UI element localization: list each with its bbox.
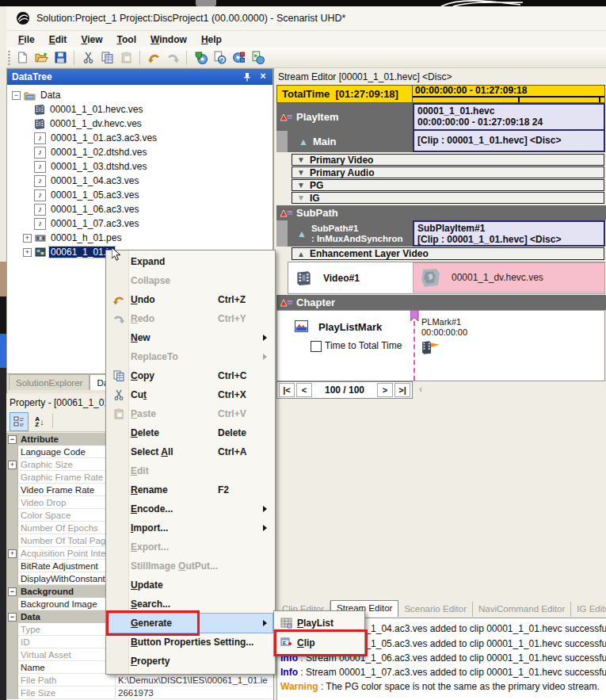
categorized-view-button[interactable] bbox=[10, 412, 29, 431]
menu-item-export[interactable]: Export... bbox=[107, 537, 273, 557]
tree-item[interactable]: ♪00001_1_04.ac3.ves bbox=[34, 174, 140, 188]
tab-navicommand-editor[interactable]: NaviCommand Editor bbox=[473, 602, 571, 617]
menu-item-undo[interactable]: UndoCtrl+Z bbox=[107, 290, 273, 309]
tab-scenario-editor[interactable]: Scenario Editor bbox=[398, 602, 473, 617]
menu-view[interactable]: View bbox=[74, 33, 109, 47]
tree-item[interactable]: 00001_1_01.hevc.ves bbox=[34, 102, 144, 117]
menu-item-delete[interactable]: DeleteDelete bbox=[107, 423, 273, 442]
menu-window[interactable]: Window bbox=[143, 33, 194, 47]
menu-item-replaceto[interactable]: ReplaceTo bbox=[107, 347, 273, 366]
tree-item[interactable]: ♪00001_1_06.ac3.ves bbox=[34, 202, 140, 216]
expand-expander-icon[interactable]: + bbox=[23, 234, 32, 243]
enhancement-layer-video-bar[interactable]: ▲ Enhancement Layer Video bbox=[292, 247, 604, 260]
subpath-section-header[interactable]: SubPath bbox=[276, 205, 606, 220]
main-path-header[interactable]: ▲ Main bbox=[288, 131, 419, 152]
track-ig[interactable]: ▼IG bbox=[292, 192, 604, 204]
redo-button[interactable] bbox=[165, 50, 181, 66]
track-primary-video[interactable]: ▼Primary Video bbox=[292, 154, 604, 166]
alphabetical-sort-button[interactable]: AZ↓ bbox=[30, 412, 49, 431]
tree-item[interactable]: ♪00001_1_01.ac3.ac3.ves bbox=[34, 131, 158, 145]
cut-button[interactable] bbox=[80, 50, 96, 66]
subpath1-header[interactable]: ▲ SubPath#1 : InMuxAndSynchron bbox=[288, 220, 417, 247]
tree-item[interactable]: ♪00001_1_05.ac3.ves bbox=[34, 188, 140, 202]
stream-editor-title: Stream Editor [00001_1_01.hevc] <Disc> bbox=[274, 69, 606, 85]
track-pg[interactable]: ▼PG bbox=[292, 179, 604, 191]
tree-root-data[interactable]: − Data bbox=[12, 88, 62, 102]
tab-solution-explorer[interactable]: SolutionExplorer bbox=[9, 374, 90, 390]
down-triangle-icon: ▼ bbox=[297, 193, 305, 202]
playlistmark-label: PlayListMark bbox=[318, 321, 382, 333]
paste-button[interactable] bbox=[118, 50, 134, 66]
tree-item[interactable]: ♪00001_1_02.dtshd.ves bbox=[34, 145, 148, 159]
property-row[interactable]: File PathK:\Demux\DISC1\IES\00061_1_01.i… bbox=[6, 674, 273, 687]
tab-ig-editor[interactable]: IG Editor bbox=[571, 602, 606, 617]
menu-item-redo[interactable]: RedoCtrl+Y bbox=[107, 309, 273, 328]
next-page-button[interactable]: > bbox=[377, 383, 393, 397]
save-button[interactable] bbox=[52, 50, 68, 66]
audio-file-icon: ♪ bbox=[34, 132, 46, 144]
first-page-button[interactable]: |< bbox=[279, 383, 295, 397]
menu-item-paste[interactable]: PasteCtrl+V bbox=[107, 404, 273, 423]
submenu-item-clip[interactable]: Clip bbox=[275, 633, 362, 652]
playitem-clip-box[interactable]: 00001_1_01.hevc 00:00:00:00 - 01:27:09:1… bbox=[413, 103, 605, 131]
timeline-ruler[interactable]: 00:00:00:00 - 01:27:09:18 bbox=[413, 85, 605, 103]
undo-button[interactable] bbox=[146, 50, 162, 66]
mux-format-button[interactable] bbox=[250, 50, 265, 66]
audio-file-icon: ♪ bbox=[34, 189, 46, 201]
tree-item[interactable]: ♪00001_1_03.dtshd.ves bbox=[34, 159, 148, 174]
prev-page-button[interactable]: < bbox=[296, 383, 312, 397]
playitem-icon bbox=[280, 113, 292, 121]
toolbar-gripper[interactable] bbox=[8, 51, 10, 65]
chapter-section-header[interactable]: Chapter bbox=[276, 295, 606, 310]
tree-item[interactable]: +00001_h_01.pes bbox=[23, 231, 123, 245]
folder-icon bbox=[24, 90, 36, 101]
playlist-icon bbox=[275, 618, 297, 629]
menu-item-import[interactable]: Import... bbox=[107, 518, 273, 537]
tree-item-selected[interactable]: +00061_1_01.ie bbox=[23, 245, 115, 259]
menu-item-stillimage-output[interactable]: StillImage OutPut... bbox=[107, 557, 273, 576]
enhancement-clip-cell[interactable]: 00001_1_dv.hevc.ves bbox=[413, 262, 605, 293]
menu-item-rename[interactable]: RenameF2 bbox=[107, 480, 273, 499]
collapse-expander-icon[interactable]: − bbox=[12, 91, 21, 100]
playitem-section-header[interactable]: PlayItem bbox=[276, 103, 417, 131]
menu-item-cut[interactable]: CutCtrl+X bbox=[107, 385, 273, 404]
scroll-left-arrow[interactable]: ‹ bbox=[419, 383, 422, 395]
menu-item-copy[interactable]: CopyCtrl+C bbox=[107, 366, 273, 385]
menu-item-generate[interactable]: Generate bbox=[107, 614, 273, 633]
expand-expander-icon[interactable]: + bbox=[23, 248, 32, 257]
menu-item-property[interactable]: Property bbox=[107, 652, 273, 671]
new-button[interactable] bbox=[14, 50, 30, 66]
menu-item-update[interactable]: Update bbox=[107, 576, 273, 595]
title-bar[interactable]: Solution:Project_1 Project:DiscProject1 … bbox=[6, 6, 606, 31]
menu-item-expand[interactable]: Expand bbox=[107, 252, 273, 271]
menu-item-select-all[interactable]: Select AllCtrl+A bbox=[107, 442, 273, 461]
track-primary-audio[interactable]: ▼Primary Audio bbox=[292, 166, 604, 178]
menu-tool[interactable]: Tool bbox=[110, 33, 143, 47]
property-row[interactable]: File Size2661973 bbox=[6, 687, 273, 699]
audio-file-icon: ♪ bbox=[34, 218, 46, 230]
mux-export-button[interactable] bbox=[212, 50, 227, 66]
subplayitem-box[interactable]: SubPlayItem#1 [Clip : 00001_1_01.hevc] <… bbox=[413, 220, 605, 247]
tree-item[interactable]: ♪00001_1_07.ac3.ves bbox=[34, 216, 140, 231]
menu-item-new[interactable]: New bbox=[107, 328, 273, 347]
mux-verify-button[interactable] bbox=[192, 50, 208, 66]
chapter-marker-flag-icon[interactable] bbox=[410, 310, 419, 322]
copy-button[interactable] bbox=[99, 50, 115, 66]
menu-file[interactable]: File bbox=[11, 33, 42, 47]
submenu-item-playlist[interactable]: PlayList bbox=[275, 613, 362, 633]
close-icon[interactable]: × bbox=[257, 71, 269, 83]
time-to-total-time-checkbox[interactable] bbox=[311, 341, 322, 352]
tree-item[interactable]: 00001_1_dv.hevc.ves bbox=[34, 117, 143, 131]
menu-item-search[interactable]: Search... bbox=[107, 595, 273, 614]
menu-item-edit[interactable]: Edit bbox=[107, 461, 273, 480]
open-button[interactable] bbox=[33, 50, 49, 66]
last-page-button[interactable]: >| bbox=[394, 383, 410, 397]
menu-item-collapse[interactable]: Collapse bbox=[107, 271, 273, 290]
mux-disc-button[interactable] bbox=[231, 50, 246, 66]
main-clip-box[interactable]: [Clip : 00001_1_01.hevc] <Disc> bbox=[413, 131, 605, 152]
menu-item-button-properties-setting[interactable]: Button Properties Setting... bbox=[107, 633, 273, 652]
menu-edit[interactable]: Edit bbox=[42, 33, 74, 47]
pin-icon[interactable] bbox=[241, 71, 253, 83]
menu-help[interactable]: Help bbox=[194, 33, 229, 47]
menu-item-encode[interactable]: Encode... bbox=[107, 499, 273, 518]
